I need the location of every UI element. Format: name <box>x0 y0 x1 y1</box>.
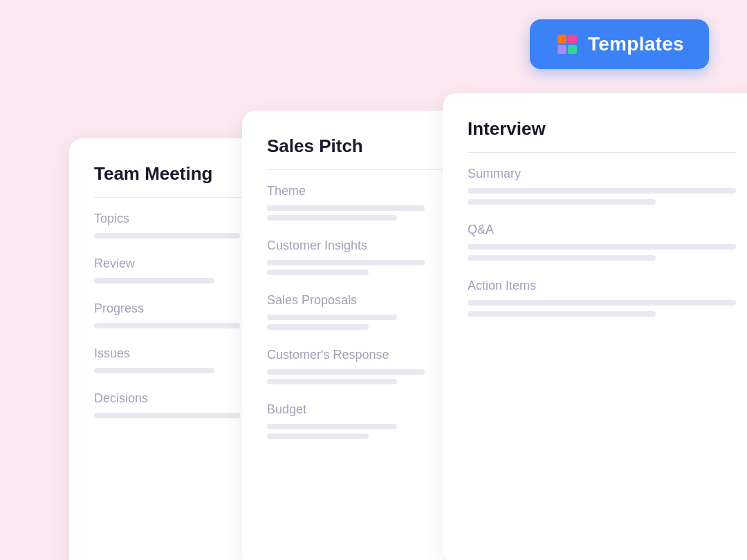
svg-rect-3 <box>568 45 577 54</box>
interview-qa-bar1 <box>468 244 736 250</box>
scene: Templates Team Meeting Topics Review Pro… <box>0 0 747 560</box>
team-decisions-section: Decisions <box>94 377 266 418</box>
sales-theme-bar2 <box>267 215 397 221</box>
interview-summary-section: Summary <box>468 153 736 205</box>
interview-summary-bar1 <box>468 188 736 194</box>
team-issues-section: Issues <box>94 333 266 373</box>
templates-button-label: Templates <box>588 33 684 55</box>
team-topics-section: Topics <box>94 198 266 239</box>
interview-actions-label: Action Items <box>468 279 736 293</box>
sales-budget-label: Budget <box>267 402 452 417</box>
sales-theme-bar1 <box>267 205 425 211</box>
team-topics-bar1 <box>94 233 240 239</box>
team-review-label: Review <box>94 256 266 271</box>
svg-rect-0 <box>557 35 566 44</box>
svg-rect-2 <box>557 45 566 54</box>
interview-summary-bar2 <box>468 199 656 205</box>
team-issues-bar1 <box>94 368 214 373</box>
team-issues-label: Issues <box>94 346 266 361</box>
sales-insights-bar2 <box>267 270 369 275</box>
templates-icon <box>555 32 580 57</box>
sales-theme-section: Theme <box>267 170 452 221</box>
sales-response-bar2 <box>267 379 397 384</box>
interview-qa-bar2 <box>468 255 656 261</box>
sales-proposals-bar1 <box>267 315 397 320</box>
team-review-bar1 <box>94 278 214 283</box>
interview-title: Interview <box>468 118 736 140</box>
sales-budget-bar2 <box>267 433 369 439</box>
sales-proposals-section: Sales Proposals <box>267 279 452 330</box>
sales-budget-bar1 <box>267 424 397 429</box>
sales-proposals-label: Sales Proposals <box>267 293 452 308</box>
interview-card: Interview Summary Q&A Action Items <box>443 93 747 560</box>
team-decisions-bar1 <box>94 413 240 418</box>
team-progress-section: Progress <box>94 288 266 328</box>
sales-response-label: Customer's Response <box>267 348 452 362</box>
sales-insights-bar1 <box>267 260 425 265</box>
interview-actions-bar2 <box>468 311 656 317</box>
sales-proposals-bar2 <box>267 324 369 330</box>
sales-response-section: Customer's Response <box>267 334 452 384</box>
interview-qa-section: Q&A <box>468 209 736 261</box>
svg-rect-1 <box>568 35 577 44</box>
sales-pitch-card: Sales Pitch Theme Customer Insights Sale… <box>242 111 477 560</box>
team-progress-bar1 <box>94 323 240 328</box>
interview-qa-label: Q&A <box>468 223 736 237</box>
sales-insights-section: Customer Insights <box>267 225 452 275</box>
interview-summary-label: Summary <box>468 167 736 181</box>
team-progress-label: Progress <box>94 301 266 316</box>
team-meeting-title: Team Meeting <box>94 163 266 185</box>
interview-actions-bar1 <box>468 300 736 306</box>
team-topics-label: Topics <box>94 212 266 226</box>
templates-button[interactable]: Templates <box>530 19 709 69</box>
sales-theme-label: Theme <box>267 184 452 198</box>
interview-actions-section: Action Items <box>468 265 736 317</box>
cards-wrapper: Team Meeting Topics Review Progress Issu… <box>42 28 706 532</box>
sales-insights-label: Customer Insights <box>267 239 452 253</box>
sales-response-bar1 <box>267 369 425 375</box>
team-decisions-label: Decisions <box>94 391 266 406</box>
sales-budget-section: Budget <box>267 389 452 439</box>
sales-pitch-title: Sales Pitch <box>267 136 452 157</box>
team-review-section: Review <box>94 243 266 283</box>
